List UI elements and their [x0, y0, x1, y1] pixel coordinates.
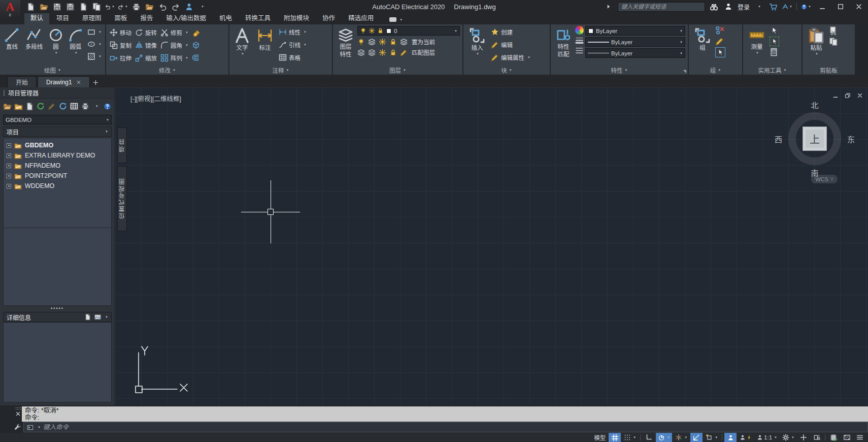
- leader-button[interactable]: 引线: [278, 39, 308, 50]
- explode-button[interactable]: [191, 39, 202, 51]
- match-layer-icon[interactable]: [400, 49, 408, 56]
- command-close-icon[interactable]: [15, 411, 21, 417]
- viewcube[interactable]: 北 西 东 南 上: [777, 101, 853, 177]
- annotation-visibility-toggle[interactable]: [724, 433, 737, 442]
- help-icon[interactable]: [801, 2, 811, 12]
- undo-button[interactable]: [105, 2, 115, 12]
- ucs-icon[interactable]: [131, 341, 192, 397]
- isometric-drafting-toggle[interactable]: [673, 433, 689, 442]
- panel-groups-title[interactable]: 组: [689, 66, 742, 75]
- save-as-button[interactable]: [65, 2, 75, 12]
- viewcube-west[interactable]: 西: [775, 134, 782, 144]
- drawing-minimize-icon[interactable]: [832, 92, 839, 99]
- save-button[interactable]: [52, 2, 62, 12]
- expand-icon[interactable]: [7, 174, 11, 178]
- snap-mode-toggle[interactable]: [622, 433, 638, 442]
- offset-button[interactable]: [191, 51, 202, 64]
- tree-item-point2point[interactable]: POINT2POINT: [5, 171, 110, 181]
- mirror-button[interactable]: 镜像: [134, 39, 158, 51]
- new-project-button[interactable]: [14, 102, 23, 111]
- hatch-button[interactable]: [86, 51, 103, 61]
- update-retag-button[interactable]: [48, 102, 56, 111]
- text-button[interactable]: 文字: [232, 26, 252, 56]
- drawing-canvas[interactable]: [-][俯视][二维线框] 北 西 东 南 上 WCS: [115, 87, 868, 405]
- tree-item-nfpademo[interactable]: NFPADEMO: [5, 161, 110, 171]
- layer-properties-button[interactable]: 图层特性: [336, 26, 356, 58]
- group-selection-toggle[interactable]: [715, 47, 725, 57]
- open-from-web-mobile-button[interactable]: [91, 2, 102, 12]
- viewcube-north[interactable]: 北: [811, 100, 818, 110]
- command-window-grip[interactable]: [14, 406, 22, 422]
- quick-select-button[interactable]: [770, 26, 779, 35]
- command-grip-dots[interactable]: [15, 407, 21, 409]
- search-icon[interactable]: [709, 2, 719, 12]
- osnap-tracking-toggle[interactable]: [690, 433, 703, 442]
- annotation-monitor-button[interactable]: [797, 433, 810, 442]
- plot-project-button[interactable]: [81, 102, 89, 111]
- drawing-restore-icon[interactable]: [845, 92, 851, 99]
- linetype-icon[interactable]: [575, 46, 584, 55]
- details-caret[interactable]: [104, 315, 108, 319]
- preview-button[interactable]: [70, 102, 79, 111]
- side-tab-location-view[interactable]: 位置代号视图: [117, 166, 127, 231]
- scale-button[interactable]: 缩放: [134, 51, 158, 64]
- details-preview-icon[interactable]: [94, 313, 102, 321]
- open-project-button[interactable]: [3, 102, 12, 111]
- line-button[interactable]: 直线: [3, 26, 21, 50]
- graphics-performance-button[interactable]: [827, 433, 840, 442]
- tree-item-gbdemo[interactable]: GBDEMO: [5, 140, 110, 150]
- publish-button[interactable]: [59, 102, 68, 111]
- ribbon-display-toggle[interactable]: [386, 15, 406, 24]
- new-file-button[interactable]: [25, 2, 36, 12]
- project-selector-combo[interactable]: GBDEMO: [3, 115, 112, 124]
- cut-button[interactable]: [829, 26, 838, 35]
- panel-block-title[interactable]: 块: [463, 66, 550, 75]
- viewport-controls[interactable]: [-][俯视][二维线框]: [130, 93, 181, 103]
- clean-screen-button[interactable]: [841, 433, 853, 442]
- open-file-button[interactable]: [39, 2, 49, 12]
- layer-freeze-icon[interactable]: [379, 38, 386, 46]
- panel-utilities-title[interactable]: 实用工具: [743, 66, 802, 75]
- layer-unlock-icon[interactable]: [389, 49, 397, 56]
- linear-dimension-button[interactable]: 线性: [278, 26, 308, 38]
- help-search-input[interactable]: [618, 2, 705, 12]
- grid-toggle[interactable]: [609, 433, 621, 442]
- expand-icon[interactable]: [7, 184, 11, 188]
- wcs-dropdown[interactable]: WCS: [811, 175, 838, 183]
- polyline-button[interactable]: 多段线: [23, 26, 46, 50]
- edit-block-button[interactable]: 编辑: [490, 39, 531, 50]
- panel-properties-title[interactable]: 特性 ◥: [551, 66, 688, 75]
- layer-unisolate-icon[interactable]: [368, 49, 376, 56]
- model-space-button[interactable]: 模型: [592, 433, 608, 442]
- panel-annotate-title[interactable]: 注释: [229, 66, 332, 75]
- ellipse-button[interactable]: [86, 39, 103, 49]
- details-header[interactable]: 详细信息: [3, 312, 112, 322]
- polar-tracking-toggle[interactable]: [656, 433, 672, 442]
- drawing-close-icon[interactable]: [857, 92, 863, 99]
- panel-clipboard-title[interactable]: 剪贴板: [803, 66, 855, 75]
- copy-button[interactable]: 复制: [109, 39, 132, 51]
- color-wheel-icon[interactable]: [575, 26, 584, 35]
- account-icon[interactable]: [723, 2, 733, 12]
- layer-thaw-icon[interactable]: [379, 49, 386, 56]
- group-edit-button[interactable]: [715, 37, 724, 46]
- toolbar-more-caret[interactable]: [92, 102, 101, 111]
- rotate-button[interactable]: 旋转: [134, 26, 158, 39]
- palette-splitter[interactable]: •••••: [0, 306, 115, 311]
- edit-attributes-button[interactable]: 编辑属性: [490, 51, 531, 63]
- quick-properties-toggle[interactable]: [811, 433, 823, 442]
- panel-expander-icon[interactable]: ◥: [683, 69, 686, 74]
- panel-layers-title[interactable]: 图层: [333, 66, 462, 75]
- fillet-button[interactable]: 圆角: [159, 39, 189, 51]
- fast-select-button[interactable]: [770, 37, 779, 46]
- match-layer-button[interactable]: 匹配图层: [411, 48, 436, 57]
- viewcube-top-face[interactable]: 上: [803, 127, 827, 151]
- command-history[interactable]: 命令: *取消* 命令:: [22, 406, 868, 422]
- make-current-icon[interactable]: [400, 38, 408, 46]
- customization-button[interactable]: [854, 433, 866, 442]
- circle-button[interactable]: 圆: [47, 26, 64, 55]
- plot-button[interactable]: [131, 2, 141, 12]
- side-tab-project[interactable]: 项目: [117, 128, 127, 163]
- expand-icon[interactable]: [7, 164, 11, 168]
- new-drawing-tab-button[interactable]: [91, 77, 101, 87]
